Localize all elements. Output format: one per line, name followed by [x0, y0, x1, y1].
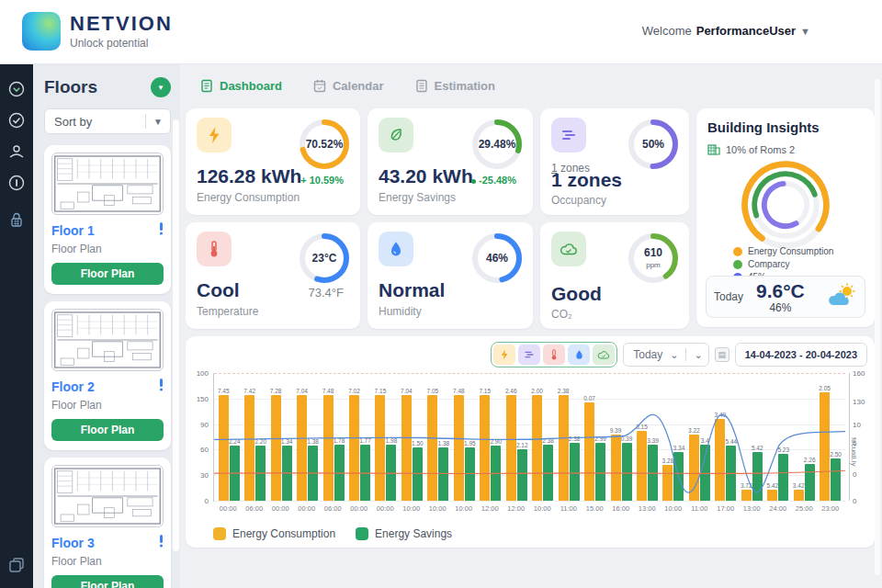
right-axis-tick: 0 — [853, 497, 856, 505]
tab-calendar[interactable]: Calendar — [313, 79, 384, 93]
temperature-ring: 23°C — [298, 232, 351, 285]
y-axis-tick: 60 — [200, 446, 209, 454]
energy-savings-label: Energy Savings — [379, 191, 456, 204]
y-axis-tick: 0 — [205, 497, 209, 505]
lock-icon[interactable] — [9, 211, 24, 228]
floor-plan-button[interactable]: Floor Plan — [51, 419, 164, 441]
chart-column: 7.281.34 — [268, 373, 294, 501]
insights-legend-item: Comparcy — [733, 259, 833, 269]
chart-legend-item: Energy Consumption — [213, 527, 335, 540]
sort-by-select[interactable]: Sort by ▼ — [44, 108, 171, 134]
today-weather-box: Today 9.6°C 46% — [706, 276, 865, 318]
today-humidity: 46% — [756, 302, 805, 313]
date-range-picker[interactable]: 14-04-2023 - 20-04-2023 — [735, 343, 867, 367]
floor-info-icon[interactable] — [159, 535, 164, 551]
brand-logo: NETVION Unlock potential — [22, 12, 173, 51]
check-circle-icon[interactable] — [8, 112, 25, 129]
x-axis-tick: 16:00 — [608, 504, 635, 513]
floor-name[interactable]: Floor 2 — [51, 379, 95, 394]
floor-info-icon[interactable] — [159, 222, 164, 239]
co2-label: CO₂ — [551, 308, 572, 321]
chevron-down-icon: ▼ — [800, 26, 810, 37]
floor-card[interactable]: Floor 3 Floor Plan Floor Plan — [44, 458, 171, 588]
tab-estimation[interactable]: Estimation — [415, 79, 495, 93]
floor-name[interactable]: Floor 1 — [51, 223, 95, 238]
floors-scrollbar[interactable] — [173, 119, 179, 551]
sun-cloud-icon — [826, 282, 857, 311]
x-axis-tick: 00:00 — [215, 504, 242, 513]
user-menu[interactable]: Welcome PerformanceUser ▼ — [642, 24, 810, 38]
kpi-co2: 610ppm Good CO₂ — [540, 222, 689, 329]
chart-column: 7.422.20 — [242, 373, 267, 501]
chart-x-axis: 00:0006:0000:0000:0006:0000:0000:0010:00… — [213, 504, 845, 513]
user-presence-icon[interactable] — [7, 143, 26, 160]
user-name: PerformanceUser — [696, 24, 796, 38]
filter-occupancy-button[interactable] — [518, 345, 540, 365]
welcome-label: Welcome — [642, 24, 692, 38]
co2-value: Good — [551, 283, 602, 305]
floor-info-icon[interactable] — [159, 379, 164, 395]
chart-column: 7.051.38 — [425, 373, 451, 501]
chart-plot: 1001509060300 16013010500 focuatl.iy 7.4… — [213, 373, 845, 502]
floor-name[interactable]: Floor 3 — [51, 536, 95, 550]
pause-circle-icon[interactable] — [8, 175, 25, 191]
floor-card[interactable]: Floor 1 Floor Plan Floor Plan — [44, 145, 171, 294]
floor-plan-button[interactable]: Floor Plan — [51, 263, 164, 285]
building-insights-title: Building Insights — [707, 119, 864, 135]
chart-panel: Today ⌄ ⌄ ▤ 14-04-2023 - 20-04-2023 1001… — [186, 336, 875, 548]
chart-column: 3.153.39 — [634, 373, 660, 501]
x-axis-tick: 11:00 — [556, 504, 582, 513]
x-axis-tick: 17:00 — [713, 504, 740, 513]
floor-plan-thumbnail[interactable] — [51, 153, 164, 215]
chevron-down-icon[interactable]: ⌄ — [694, 349, 702, 361]
kpi-occupancy: 50% 1 zones 1 zones Occupancy — [540, 108, 689, 215]
x-axis-tick: 12:00 — [503, 504, 530, 513]
chart-column: 3.223.4 — [686, 373, 712, 501]
y-axis-tick: 30 — [200, 471, 209, 480]
floor-card[interactable]: Floor 2 Floor Plan Floor Plan — [44, 301, 171, 450]
chart-column: 3.405.44 — [713, 373, 739, 501]
x-axis-tick: 10:00 — [399, 504, 425, 513]
humidity-label: Humidity — [379, 305, 422, 318]
floor-plan-button[interactable]: Floor Plan — [51, 575, 164, 588]
x-axis-tick: 25:00 — [791, 504, 818, 513]
energy-savings-value: 43.20 kWh — [379, 165, 473, 187]
insights-rings — [728, 154, 843, 261]
x-axis-tick: 24:00 — [765, 504, 792, 513]
x-axis-tick: 11:00 — [686, 504, 713, 513]
floors-title: Floors — [44, 77, 97, 97]
tab-dashboard[interactable]: Dashboard — [200, 79, 282, 93]
x-axis-tick: 10:00 — [661, 504, 687, 513]
floor-subtitle: Floor Plan — [51, 243, 164, 255]
filter-co2-button[interactable] — [593, 345, 615, 365]
co2-ring: 610ppm — [627, 232, 680, 285]
floors-collapse-button[interactable]: ▼ — [151, 77, 171, 97]
floor-plan-thumbnail[interactable] — [51, 309, 164, 371]
chart-column: 7.021.77 — [346, 373, 372, 501]
page-scrollbar[interactable] — [875, 79, 880, 575]
energy-consumption-value: 126.28 kWh — [197, 165, 301, 187]
calendar-mini-icon[interactable]: ▤ — [715, 347, 729, 362]
kpi-temperature: 23°C Cool 73.4°F Temperature — [186, 222, 360, 329]
occupancy-ring: 50% — [627, 118, 680, 171]
filter-humidity-button[interactable] — [568, 345, 590, 365]
chevron-down-circle-icon[interactable] — [8, 81, 25, 97]
energy-savings-ring: 29.48% — [470, 118, 524, 171]
right-axis-tick: 160 — [853, 369, 865, 378]
filter-energy-button[interactable] — [493, 345, 515, 365]
x-axis-tick: 12:00 — [477, 504, 503, 513]
x-axis-tick: 00:00 — [267, 504, 294, 513]
brand-tagline: Unlock potential — [70, 37, 173, 50]
thermometer-icon — [197, 232, 232, 266]
floor-subtitle: Floor Plan — [51, 399, 164, 412]
period-select[interactable]: Today ⌄ ⌄ — [623, 343, 708, 367]
filter-temperature-button[interactable] — [543, 345, 565, 365]
layers-icon[interactable] — [7, 557, 26, 575]
chart-column: 7.481.95 — [451, 373, 477, 501]
leaf-icon — [379, 118, 413, 153]
floor-plan-thumbnail[interactable] — [51, 465, 164, 527]
chart-column: 3.283.34 — [661, 373, 686, 501]
insights-legend-item: Energy Consumption — [733, 246, 833, 256]
list-icon — [551, 118, 586, 153]
right-axis-title: focuatl.iy — [850, 437, 858, 467]
